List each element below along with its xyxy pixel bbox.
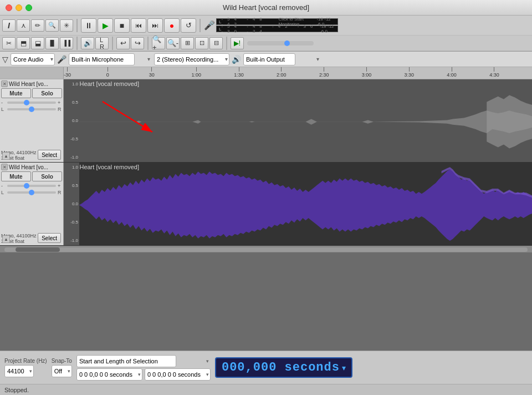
speed-slider-thumb[interactable] [284, 40, 290, 46]
play-button[interactable]: ▶ [98, 18, 113, 33]
redo-button[interactable]: ↪ [131, 37, 144, 49]
selection-type-select[interactable]: Start and Length of Selection [76, 355, 176, 367]
snap-to-dropdown[interactable]: Off [52, 365, 72, 377]
track-2-mute[interactable]: Mute [1, 171, 31, 181]
zoom-fit-button[interactable]: ⊞ [181, 37, 194, 49]
speaker-icon[interactable]: 🔊 [81, 37, 94, 49]
y2--1.0: -1.0 [65, 238, 78, 243]
scroll-area[interactable] [0, 246, 532, 252]
selection-tool[interactable]: I [2, 19, 16, 32]
track-2-solo[interactable]: Solo [32, 171, 62, 181]
channel-select[interactable]: 2 (Stereo) Recording... [154, 53, 229, 65]
zoom-in-button[interactable]: 🔍+ [152, 37, 165, 49]
record-button[interactable]: ● [164, 18, 180, 33]
track-2-controls: ✕ Wild Heart [vo... Mute Solo - + L R [0, 163, 64, 245]
snap-to-section: Snap-To Off [52, 358, 72, 377]
minimize-button[interactable] [16, 4, 22, 11]
maximize-button[interactable] [25, 4, 32, 11]
track-2-select[interactable]: Select [38, 233, 61, 243]
track-2-gain-slider[interactable] [7, 185, 56, 187]
zoom-out-button[interactable]: 🔍- [166, 37, 180, 49]
project-rate-select[interactable]: 44100 [4, 365, 34, 377]
audio-host-selector[interactable]: Core Audio [11, 53, 55, 65]
input-device-select[interactable]: Built-in Microphone [69, 53, 135, 65]
track-2-waveform[interactable]: Wild Heart [vocal removed] 1.0 0.5 0.0 -… [64, 163, 532, 245]
ruler-mark-8: 3:30 [405, 67, 415, 79]
scroll-thumb[interactable] [16, 247, 60, 252]
trim-tool[interactable]: ▐▌ [45, 37, 59, 49]
play-speed-button[interactable]: ▶! [231, 37, 244, 49]
zoom-sel-button[interactable]: ⊡ [195, 37, 208, 49]
close-button[interactable] [6, 4, 12, 11]
track-1-pan-row: L R [1, 107, 62, 112]
zoom-tool[interactable]: 🔍 [45, 19, 59, 32]
pause-button[interactable]: ⏸ [81, 18, 96, 33]
pan-r-label: R [58, 107, 62, 112]
loop-button[interactable]: ↺ [181, 18, 196, 33]
gain-minus-label: - [1, 100, 6, 105]
selection-type-dropdown[interactable]: Start and Length of Selection [76, 355, 211, 367]
track-1-gain-thumb[interactable] [24, 100, 29, 105]
track-1-select[interactable]: Select [38, 150, 61, 160]
stop-button[interactable]: ■ [114, 18, 130, 33]
y-0.5: 0.5 [65, 100, 78, 105]
track-1: ✕ Wild Heart [vo... Mute Solo - + L R [0, 79, 532, 163]
track-2-pan-thumb[interactable] [29, 190, 34, 195]
track-1-gain-row: - + [1, 100, 62, 105]
draw-tool[interactable]: ✏ [31, 19, 44, 32]
ruler-mark-5: 2:00 [277, 67, 287, 79]
track-1-gain-slider[interactable] [7, 102, 56, 104]
mic-icon2: 🎤 [57, 55, 66, 64]
horizontal-scrollbar[interactable] [4, 247, 528, 252]
titlebar: Wild Heart [vocal removed] [0, 0, 532, 16]
cut-tool[interactable]: ✂ [2, 37, 16, 49]
track-2-header: ✕ Wild Heart [vo... [1, 164, 62, 170]
track-1-waveform[interactable]: Wild Heart [vocal removed] 1.0 0.5 0.0 -… [64, 79, 532, 162]
envelope-tool[interactable]: ⋏ [17, 19, 30, 32]
ruler-marks[interactable]: -300301:001:302:002:303:003:304:004:305:… [64, 67, 532, 79]
audio-host-select[interactable]: Core Audio [11, 53, 55, 65]
snap-to-select[interactable]: Off [52, 365, 72, 377]
ruler-mark-3: 1:00 [191, 67, 201, 79]
y2-1.0: 1.0 [65, 165, 78, 170]
track-1-mute-solo: Mute Solo [1, 88, 62, 98]
zoom-reset-button[interactable]: ⊟ [209, 37, 223, 49]
track-1-collapse[interactable]: ▲ [2, 152, 10, 160]
track-1-pan-thumb[interactable] [29, 107, 34, 112]
output-device-select[interactable]: Built-in Output [243, 53, 295, 65]
output-device-selector[interactable]: Built-in Output [243, 53, 321, 65]
paste-tool[interactable]: ⬓ [31, 37, 44, 49]
undo-button[interactable]: ↩ [116, 37, 130, 49]
time1-select[interactable]: 0 0 0,0 0 0 seconds [76, 368, 142, 381]
track-2-close[interactable]: ✕ [1, 164, 8, 170]
time1-dropdown[interactable]: 0 0 0,0 0 0 seconds [76, 368, 142, 381]
track-2-gain-thumb[interactable] [24, 183, 29, 189]
pan2-r-label: R [58, 190, 62, 195]
project-rate-dropdown[interactable]: 44100 [4, 365, 34, 377]
audio-tool2[interactable]: LR [95, 37, 109, 49]
copy-tool[interactable]: ⬒ [17, 37, 30, 49]
y2-0.0: 0.0 [65, 201, 78, 206]
track-1-pan-slider[interactable] [7, 108, 56, 110]
track-2-y-axis: 1.0 0.5 0.0 -0.5 -1.0 [64, 163, 79, 245]
silence-tool[interactable]: ▐▐ [60, 37, 73, 49]
channel-selector[interactable]: 2 (Stereo) Recording... [154, 53, 229, 65]
pan-l-label: L [1, 107, 6, 112]
time-display-arrow: ▾ [342, 363, 346, 372]
y-0.0: 0.0 [65, 118, 78, 123]
input-device-selector[interactable]: Built-in Microphone [69, 53, 152, 65]
ruler-mark-4: 1:30 [234, 67, 244, 79]
track-1-solo[interactable]: Solo [32, 88, 62, 98]
track-2-pan-slider[interactable] [7, 191, 56, 194]
y--0.5: -0.5 [65, 136, 78, 141]
time2-dropdown[interactable]: 0 0 0,0 0 0 seconds [145, 368, 211, 381]
multi-tool[interactable]: ✳ [60, 19, 73, 32]
track-1-mute[interactable]: Mute [1, 88, 31, 98]
track-2-collapse[interactable]: ▲ [2, 235, 10, 243]
ffwd-button[interactable]: ⏭ [147, 18, 163, 33]
y--1.0: -1.0 [65, 155, 78, 160]
rewind-button[interactable]: ⏮ [131, 18, 146, 33]
track-1-close[interactable]: ✕ [1, 80, 8, 87]
track-1-y-axis: 1.0 0.5 0.0 -0.5 -1.0 [64, 79, 79, 162]
time2-select[interactable]: 0 0 0,0 0 0 seconds [145, 368, 211, 381]
